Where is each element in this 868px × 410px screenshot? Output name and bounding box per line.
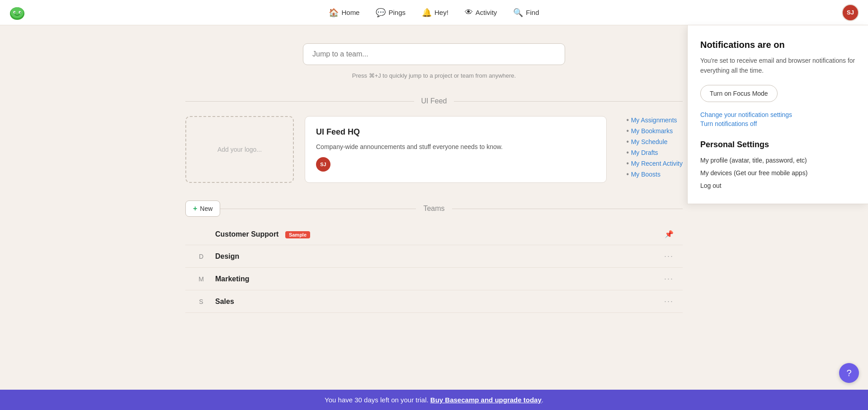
my-devices-link[interactable]: My devices (Get our free mobile apps): [700, 169, 855, 177]
my-profile-link[interactable]: My profile (avatar, title, password, etc…: [700, 157, 855, 164]
hq-card-desc: Company-wide announcements and stuff eve…: [316, 142, 595, 152]
logo-placeholder[interactable]: Add your logo...: [185, 116, 294, 183]
team-item-sales[interactable]: S Sales ···: [185, 290, 683, 313]
quick-link-recent-activity[interactable]: My Recent Activity: [627, 159, 683, 168]
help-button[interactable]: ?: [839, 363, 859, 383]
app-logo[interactable]: [9, 5, 25, 21]
notif-links: Change your notification settings Turn n…: [700, 111, 855, 127]
team-name: Customer Support Sample: [215, 230, 657, 238]
svg-point-1: [11, 7, 24, 18]
nav-activity[interactable]: 👁 Activity: [458, 4, 504, 21]
nav-pings[interactable]: 💬 Pings: [369, 4, 412, 21]
teams-header: + New Teams: [185, 205, 683, 213]
nav-home-label: Home: [341, 9, 359, 16]
upgrade-link[interactable]: Buy Basecamp and upgrade today: [430, 396, 542, 404]
team-more-icon[interactable]: ···: [664, 297, 674, 306]
pings-icon: 💬: [376, 8, 386, 18]
top-navigation: 🏠 Home 💬 Pings 🔔 Hey! 👁 Activity 🔍 Find …: [0, 0, 868, 25]
help-icon: ?: [846, 368, 851, 378]
focus-mode-button[interactable]: Turn on Focus Mode: [700, 85, 778, 102]
team-sample-badge: Sample: [285, 231, 310, 238]
personal-settings-title: Personal Settings: [700, 140, 855, 149]
search-bar: [185, 43, 683, 65]
quick-links: My Assignments My Bookmarks My Schedule …: [618, 116, 683, 183]
team-item-customer-support[interactable]: Customer Support Sample 📌: [185, 224, 683, 245]
main-content: Press ⌘+J to quickly jump to a project o…: [176, 25, 692, 331]
team-more-icon[interactable]: ···: [664, 252, 674, 261]
notif-panel-title: Notifications are on: [700, 40, 855, 50]
log-out-link[interactable]: Log out: [700, 182, 855, 189]
team-item-marketing[interactable]: M Marketing ···: [185, 268, 683, 290]
nav-hey[interactable]: 🔔 Hey!: [415, 4, 455, 21]
team-name: Sales: [215, 298, 657, 306]
team-item-design[interactable]: D Design ···: [185, 245, 683, 268]
trial-suffix: .: [542, 396, 543, 404]
plus-icon: +: [193, 205, 197, 213]
nav-home[interactable]: 🏠 Home: [322, 4, 366, 21]
team-letter: M: [194, 275, 208, 283]
nav-find-label: Find: [526, 9, 539, 16]
team-letter: D: [194, 253, 208, 260]
avatar[interactable]: SJ: [842, 4, 859, 21]
quick-link-assignments[interactable]: My Assignments: [627, 116, 683, 124]
quick-link-bookmarks[interactable]: My Bookmarks: [627, 127, 683, 135]
hq-avatar: SJ: [316, 157, 330, 172]
pin-icon: 📌: [665, 230, 674, 238]
change-notif-settings-link[interactable]: Change your notification settings: [700, 111, 855, 118]
nav-pings-label: Pings: [388, 9, 406, 16]
svg-point-4: [14, 12, 15, 13]
search-hint: Press ⌘+J to quickly jump to a project o…: [185, 72, 683, 79]
trial-banner: You have 30 days left on your trial. Buy…: [0, 390, 868, 410]
hq-card[interactable]: UI Feed HQ Company-wide announcements an…: [305, 116, 607, 183]
quick-link-drafts[interactable]: My Drafts: [627, 149, 683, 157]
new-team-button[interactable]: + New: [185, 200, 220, 217]
nav-activity-label: Activity: [476, 9, 497, 16]
nav-hey-label: Hey!: [434, 9, 448, 16]
nav-find[interactable]: 🔍 Find: [507, 4, 545, 21]
team-name: Marketing: [215, 275, 657, 283]
teams-section-title: Teams: [185, 205, 683, 213]
team-more-icon[interactable]: ···: [664, 274, 674, 284]
notif-panel-desc: You're set to receive email and browser …: [700, 56, 855, 76]
team-list: Customer Support Sample 📌 D Design ··· M…: [185, 224, 683, 313]
find-icon: 🔍: [513, 8, 523, 18]
quick-link-boosts[interactable]: My Boosts: [627, 170, 683, 178]
notification-panel: Notifications are on You're set to recei…: [687, 25, 868, 204]
ui-feed-section: Add your logo... UI Feed HQ Company-wide…: [185, 116, 683, 183]
personal-settings-links: My profile (avatar, title, password, etc…: [700, 157, 855, 189]
hey-icon: 🔔: [422, 8, 432, 18]
trial-text: You have 30 days left on your trial.: [325, 396, 429, 404]
hq-card-title: UI Feed HQ: [316, 127, 595, 137]
activity-icon: 👁: [465, 8, 473, 17]
team-name: Design: [215, 252, 657, 261]
nav-items: 🏠 Home 💬 Pings 🔔 Hey! 👁 Activity 🔍 Find: [322, 4, 545, 21]
svg-point-5: [20, 12, 21, 13]
ui-feed-section-title: UI Feed: [185, 97, 683, 105]
quick-link-schedule[interactable]: My Schedule: [627, 138, 683, 146]
search-input[interactable]: [303, 43, 565, 65]
team-letter: S: [194, 298, 208, 305]
turn-notif-off-link[interactable]: Turn notifications off: [700, 120, 855, 127]
home-icon: 🏠: [329, 8, 339, 18]
